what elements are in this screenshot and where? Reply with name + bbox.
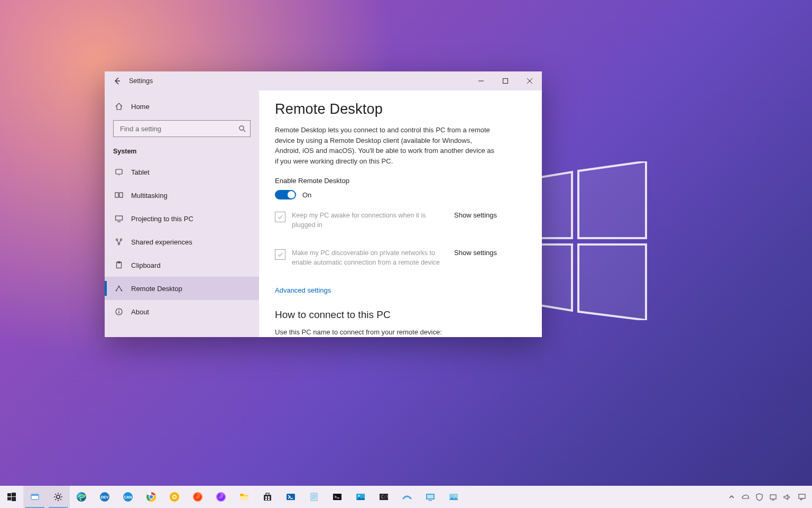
svg-rect-75 <box>427 495 433 498</box>
taskbar-chrome-canary[interactable] <box>163 486 186 508</box>
taskbar-terminal[interactable] <box>326 486 349 508</box>
svg-point-71 <box>358 495 359 496</box>
tray-overflow[interactable] <box>725 486 738 508</box>
taskbar-firefox-nightly[interactable] <box>209 486 233 508</box>
svg-rect-15 <box>116 216 123 220</box>
advanced-settings-link[interactable]: Advanced settings <box>275 286 526 294</box>
svg-point-12 <box>118 175 119 176</box>
back-button[interactable] <box>105 71 129 90</box>
start-button[interactable] <box>0 486 23 508</box>
sidebar-item-tablet[interactable]: Tablet <box>105 160 259 184</box>
home-icon <box>114 102 124 111</box>
show-settings-link-1[interactable]: Show settings <box>454 211 497 219</box>
svg-point-9 <box>239 126 244 130</box>
taskbar-edge[interactable] <box>70 486 93 508</box>
keep-awake-checkbox-row: Keep my PC awake for connections when it… <box>275 211 450 230</box>
discoverable-checkbox[interactable] <box>275 249 285 260</box>
svg-point-26 <box>118 310 119 311</box>
svg-rect-59 <box>266 493 269 495</box>
svg-line-41 <box>60 494 61 495</box>
svg-rect-11 <box>116 169 122 174</box>
svg-line-39 <box>60 499 61 500</box>
titlebar: Settings <box>105 71 542 90</box>
shared-experiences-icon <box>114 238 124 246</box>
tray-network-icon[interactable] <box>767 486 779 508</box>
svg-point-16 <box>116 239 117 240</box>
svg-line-40 <box>55 499 56 500</box>
minimize-button[interactable] <box>469 71 493 90</box>
maximize-button[interactable] <box>493 71 518 90</box>
sidebar-item-remote-desktop[interactable]: Remote Desktop <box>105 277 259 300</box>
taskbar-file-explorer[interactable] <box>233 486 256 508</box>
svg-point-78 <box>455 495 456 496</box>
sidebar-item-label: Projecting to this PC <box>131 215 193 223</box>
page-description: Remote Desktop lets you connect to and c… <box>275 125 497 166</box>
taskbar-app-monitor[interactable] <box>419 486 442 508</box>
svg-marker-1 <box>578 161 646 238</box>
taskbar-chrome[interactable] <box>140 486 163 508</box>
sidebar-home[interactable]: Home <box>105 95 259 118</box>
clipboard-icon <box>114 261 124 269</box>
tray-action-center-icon[interactable] <box>794 486 810 508</box>
svg-rect-62 <box>265 498 267 500</box>
svg-point-21 <box>116 290 117 292</box>
svg-rect-56 <box>240 494 244 496</box>
sidebar-item-shared-experiences[interactable]: Shared experiences <box>105 230 259 253</box>
sidebar-item-projecting[interactable]: Projecting to this PC <box>105 207 259 230</box>
search-input-wrap[interactable] <box>113 120 251 137</box>
sidebar-item-label: About <box>131 308 149 316</box>
settings-content: Remote Desktop Remote Desktop lets you c… <box>259 90 542 337</box>
taskbar-taskview[interactable] <box>23 486 47 508</box>
taskbar-photos[interactable] <box>349 486 372 508</box>
taskbar-edge-canary[interactable]: CAN <box>116 486 140 508</box>
taskbar-store[interactable] <box>256 486 279 508</box>
svg-point-22 <box>121 290 123 292</box>
taskbar-app-picture[interactable] <box>442 486 465 508</box>
svg-point-23 <box>118 286 120 287</box>
tray-volume-icon[interactable] <box>780 486 793 508</box>
search-icon <box>238 125 246 132</box>
tray-onedrive-icon[interactable] <box>739 486 752 508</box>
taskbar: DEV CAN <box>0 486 812 508</box>
svg-point-18 <box>118 243 119 244</box>
sidebar-item-label: Shared experiences <box>131 238 192 246</box>
svg-rect-69 <box>333 494 342 500</box>
tray-security-icon[interactable] <box>753 486 765 508</box>
svg-text:CAN: CAN <box>124 495 132 499</box>
svg-rect-57 <box>240 496 248 500</box>
taskbar-settings[interactable] <box>47 486 70 508</box>
tablet-icon <box>114 168 124 176</box>
svg-rect-13 <box>115 193 118 197</box>
desktop-wallpaper: Settings Home <box>0 0 812 508</box>
sidebar-item-multitasking[interactable]: Multitasking <box>105 184 259 207</box>
svg-point-17 <box>120 239 122 240</box>
svg-rect-29 <box>7 497 11 501</box>
keep-awake-checkbox[interactable] <box>275 212 285 222</box>
svg-line-10 <box>243 130 245 132</box>
show-settings-link-2[interactable]: Show settings <box>454 249 497 257</box>
close-button[interactable] <box>518 71 542 90</box>
taskbar-notepad[interactable] <box>302 486 326 508</box>
taskbar-app-blue[interactable] <box>395 486 419 508</box>
info-icon <box>114 307 124 316</box>
settings-sidebar: Home System <box>105 90 259 337</box>
search-input[interactable] <box>119 124 238 133</box>
svg-rect-81 <box>799 494 805 498</box>
sidebar-section-system: System <box>105 142 259 160</box>
how-to-connect-text: Use this PC name to connect from your re… <box>275 328 526 336</box>
svg-marker-3 <box>578 244 646 320</box>
taskbar-edge-dev[interactable]: DEV <box>93 486 116 508</box>
sidebar-item-clipboard[interactable]: Clipboard <box>105 253 259 277</box>
sidebar-item-label: Clipboard <box>131 261 161 269</box>
sidebar-item-label: Multitasking <box>131 192 168 199</box>
svg-rect-27 <box>7 493 11 496</box>
multitasking-icon <box>114 191 124 199</box>
enable-remote-desktop-toggle[interactable] <box>275 190 296 199</box>
taskbar-cmd[interactable]: C:\ <box>372 486 395 508</box>
sidebar-item-label: Remote Desktop <box>131 285 182 293</box>
sidebar-item-about[interactable]: About <box>105 300 259 323</box>
taskbar-firefox[interactable] <box>186 486 209 508</box>
settings-window: Settings Home <box>105 71 542 337</box>
toggle-state: On <box>302 191 311 199</box>
taskbar-powershell[interactable] <box>279 486 302 508</box>
